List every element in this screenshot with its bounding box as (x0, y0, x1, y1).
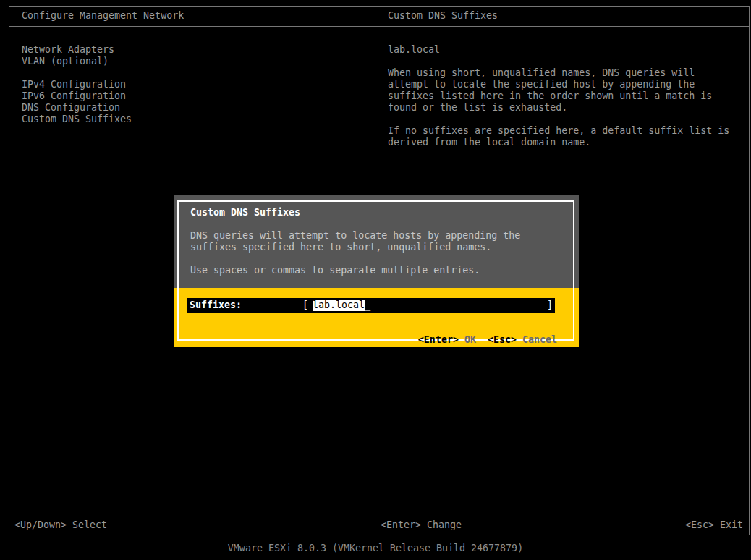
menu-item-ipv4-configuration[interactable]: IPv4 Configuration (22, 79, 132, 90)
info-panel: lab.local When using short, unqualified … (388, 44, 744, 56)
info-paragraph-2: If no suffixes are specified here, a def… (388, 125, 729, 148)
menu-item-dns-configuration[interactable]: DNS Configuration (22, 102, 132, 114)
suffixes-input[interactable]: Suffixes: [ lab.local _ ] (187, 298, 555, 313)
page-title: Configure Management Network (22, 10, 184, 22)
text-cursor: _ (365, 300, 370, 311)
dcui-screen: Configure Management Network Custom DNS … (0, 0, 751, 560)
esc-key-hint: <Esc> (488, 334, 517, 345)
config-menu: Network Adapters VLAN (optional) IPv4 Co… (22, 44, 132, 125)
dialog-note: Use spaces or commas to separate multipl… (190, 265, 480, 276)
status-bar-divider (9, 509, 749, 509)
esc-exit-hint: <Esc> Exit (685, 519, 743, 531)
updown-select-hint: <Up/Down> Select (14, 519, 107, 531)
enter-change-hint: <Enter> Change (381, 519, 462, 531)
current-dns-suffix: lab.local (388, 44, 744, 56)
open-bracket: [ (302, 300, 308, 311)
menu-item-network-adapters[interactable]: Network Adapters (22, 44, 132, 56)
header-divider (9, 26, 749, 27)
dialog-actions: <Enter>OK<Esc>Cancel (383, 323, 557, 357)
menu-item-vlan[interactable]: VLAN (optional) (22, 56, 132, 67)
info-paragraph-1: When using short, unqualified names, DNS… (388, 67, 712, 114)
enter-key-hint: <Enter> (418, 334, 459, 345)
menu-item-custom-dns-suffixes[interactable]: Custom DNS Suffixes (22, 114, 132, 125)
close-bracket: ] (547, 300, 555, 311)
section-title: Custom DNS Suffixes (388, 10, 498, 22)
esxi-version-text: VMware ESXi 8.0.3 (VMKernel Release Buil… (0, 543, 751, 554)
cancel-action[interactable]: Cancel (522, 334, 557, 345)
suffixes-field-label: Suffixes: (187, 300, 242, 311)
dialog-description: DNS queries will attempt to locate hosts… (190, 230, 520, 253)
suffixes-field-value: lab.local (313, 300, 365, 311)
ok-action[interactable]: OK (464, 334, 476, 345)
dialog-title: Custom DNS Suffixes (190, 207, 300, 219)
custom-dns-suffixes-dialog: Custom DNS Suffixes DNS queries will att… (174, 195, 579, 347)
menu-item-ipv6-configuration[interactable]: IPv6 Configuration (22, 90, 132, 102)
